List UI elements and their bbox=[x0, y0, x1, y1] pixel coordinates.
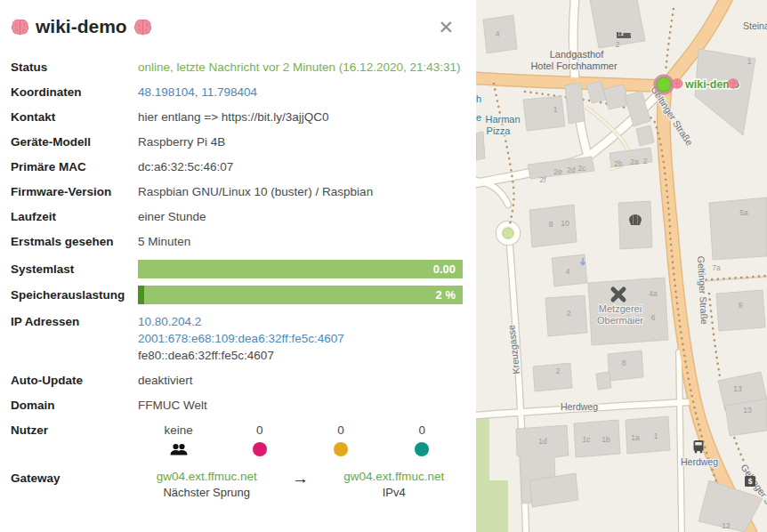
clients-table: keine 0 0 0 bbox=[138, 422, 463, 458]
svg-text:1a: 1a bbox=[631, 433, 640, 442]
bakery-icon bbox=[629, 214, 642, 225]
firstseen-value: 5 Minuten bbox=[138, 233, 463, 250]
load-bar-value: 0.00 bbox=[433, 260, 456, 278]
map-green-area bbox=[476, 480, 508, 532]
node-marker[interactable] bbox=[654, 75, 674, 95]
brain-emoji-icon bbox=[728, 79, 739, 88]
row-label: Systemlast bbox=[11, 262, 138, 276]
svg-text:Herdweg: Herdweg bbox=[681, 456, 718, 467]
row-label: Gateway bbox=[11, 470, 138, 487]
row-primaere-mac: Primäre MAC dc:a6:32:5c:46:07 bbox=[11, 158, 463, 175]
coordinates-link[interactable]: 48.198104, 11.798404 bbox=[138, 85, 257, 99]
svg-text:6: 6 bbox=[651, 313, 656, 322]
svg-text:e: e bbox=[476, 112, 481, 123]
row-label: Primäre MAC bbox=[11, 160, 138, 173]
svg-text:2: 2 bbox=[616, 40, 620, 49]
row-label: Speicherauslastung bbox=[11, 288, 138, 302]
svg-text:2a: 2a bbox=[630, 157, 639, 166]
gateway-nexthop-sub: Nächster Sprung bbox=[138, 486, 276, 499]
row-erstmals-gesehen: Erstmals gesehen 5 Minuten bbox=[11, 233, 463, 250]
svg-text:7a: 7a bbox=[712, 263, 721, 272]
ipv6-link[interactable]: 2001:678:e68:109:dea6:32ff:fe5c:4607 bbox=[138, 332, 344, 345]
row-label: Laufzeit bbox=[11, 210, 138, 223]
svg-text:1c: 1c bbox=[583, 435, 592, 444]
row-auto-update: Auto-Update deaktiviert bbox=[11, 372, 463, 389]
svg-text:Steinanger: Steinanger bbox=[743, 20, 767, 31]
autoupdate-value: deaktiviert bbox=[138, 372, 463, 389]
row-label: Status bbox=[11, 60, 138, 74]
svg-text:4: 4 bbox=[496, 29, 500, 38]
svg-text:13: 13 bbox=[733, 384, 742, 393]
row-domain: Domain FFMUC Welt bbox=[11, 397, 463, 414]
row-geraete-modell: Geräte-Modell Raspberry Pi 4B bbox=[11, 133, 463, 150]
svg-text:Obermaier: Obermaier bbox=[597, 315, 643, 326]
clients-total-col: keine bbox=[138, 422, 219, 458]
contact-value: hier entlang => https://bit.ly/3ajjQC0 bbox=[138, 109, 463, 125]
svg-text:8: 8 bbox=[622, 359, 626, 367]
row-label: Kontakt bbox=[11, 110, 138, 124]
gateway-ipv4-col: gw04.ext.ffmuc.net IPv4 bbox=[326, 470, 464, 499]
mac-value: dc:a6:32:5c:46:07 bbox=[138, 158, 463, 175]
atm-icon: $ bbox=[745, 476, 755, 487]
row-ip-adressen: IP Adressen 10.80.204.2 2001:678:e68:109… bbox=[11, 313, 463, 364]
svg-text:1: 1 bbox=[747, 57, 752, 66]
ipv4-link[interactable]: 10.80.204.2 bbox=[138, 315, 201, 328]
clients-wifi5-col: 0 bbox=[301, 422, 382, 458]
row-koordinaten: Koordinaten 48.198104, 11.798404 bbox=[11, 84, 463, 101]
map-svg: 4 2 1 1 2b 2a 2 2e 2d 2c 2f 8 10 4 2 4a … bbox=[476, 0, 767, 532]
memory-bar-fill bbox=[138, 286, 144, 304]
row-status: Status online, letzte Nachricht vor 2 Mi… bbox=[11, 59, 463, 76]
row-label: IP Adressen bbox=[11, 315, 138, 328]
svg-text:2b: 2b bbox=[614, 159, 623, 168]
gateway-nexthop-link[interactable]: gw04.ext.ffmuc.net bbox=[157, 470, 257, 483]
row-firmware: Firmware-Version Raspbian GNU/Linux 10 (… bbox=[11, 183, 463, 200]
row-label: Auto-Update bbox=[11, 374, 138, 387]
ipv6-linklocal: fe80::dea6:32ff:fe5c:4607 bbox=[138, 347, 463, 364]
gateway-ipv4-link[interactable]: gw04.ext.ffmuc.net bbox=[343, 470, 444, 483]
memory-bar-value: 2 % bbox=[436, 286, 456, 304]
svg-text:Landgasthof: Landgasthof bbox=[550, 49, 604, 60]
row-label: Koordinaten bbox=[11, 85, 138, 99]
row-label: Geräte-Modell bbox=[11, 135, 138, 149]
bus-icon bbox=[694, 440, 704, 453]
clients-other-count: 0 bbox=[382, 422, 463, 439]
row-laufzeit: Laufzeit einer Stunde bbox=[11, 208, 463, 225]
svg-text:h: h bbox=[476, 93, 481, 104]
map-roundabout bbox=[497, 222, 521, 246]
orange-dot-icon bbox=[301, 440, 382, 458]
gateway-nexthop-col: gw04.ext.ffmuc.net Nächster Sprung bbox=[138, 470, 276, 499]
svg-text:1d: 1d bbox=[538, 437, 547, 446]
svg-text:2c: 2c bbox=[578, 164, 587, 173]
domain-value: FFMUC Welt bbox=[138, 397, 463, 414]
arrow-right-icon: → bbox=[276, 470, 326, 487]
map-canvas[interactable]: 4 2 1 1 2b 2a 2 2e 2d 2c 2f 8 10 4 2 4a … bbox=[476, 0, 767, 532]
svg-text:Herdweg: Herdweg bbox=[561, 401, 598, 412]
svg-text:Geltinger Straße: Geltinger Straße bbox=[649, 85, 695, 148]
node-title: wiki-demo bbox=[11, 16, 152, 37]
model-value: Raspberry Pi 4B bbox=[138, 133, 463, 150]
node-marker-label[interactable]: wiki-demo bbox=[672, 78, 739, 91]
svg-text:10: 10 bbox=[561, 219, 569, 228]
row-label: Domain bbox=[11, 399, 138, 412]
svg-text:2e: 2e bbox=[553, 167, 562, 176]
svg-text:Geltinger Straße: Geltinger Straße bbox=[696, 255, 710, 325]
svg-text:2f: 2f bbox=[539, 175, 546, 184]
gateway-ipv4-sub: IPv4 bbox=[326, 486, 464, 499]
svg-text:9: 9 bbox=[739, 301, 743, 310]
svg-text:Harman: Harman bbox=[485, 114, 520, 125]
clients-wifi5-count: 0 bbox=[301, 422, 382, 439]
svg-text:4a: 4a bbox=[649, 289, 658, 298]
row-label: Erstmals gesehen bbox=[11, 235, 138, 248]
row-gateway: Gateway gw04.ext.ffmuc.net Nächster Spru… bbox=[11, 470, 463, 499]
group-icon bbox=[138, 440, 219, 458]
svg-text:2: 2 bbox=[567, 309, 571, 318]
row-kontakt: Kontakt hier entlang => https://bit.ly/3… bbox=[11, 109, 463, 125]
load-bar: 0.00 bbox=[138, 260, 463, 278]
clients-other-col: 0 bbox=[382, 422, 463, 458]
svg-text:1: 1 bbox=[553, 105, 558, 114]
node-info-panel: wiki-demo ✕ Status online, letzte Nachri… bbox=[0, 0, 476, 532]
row-systemlast: Systemlast 0.00 bbox=[11, 260, 463, 278]
clients-wifi24-count: 0 bbox=[219, 422, 300, 439]
close-icon[interactable]: ✕ bbox=[438, 18, 454, 36]
row-label: Nutzer bbox=[11, 423, 138, 437]
